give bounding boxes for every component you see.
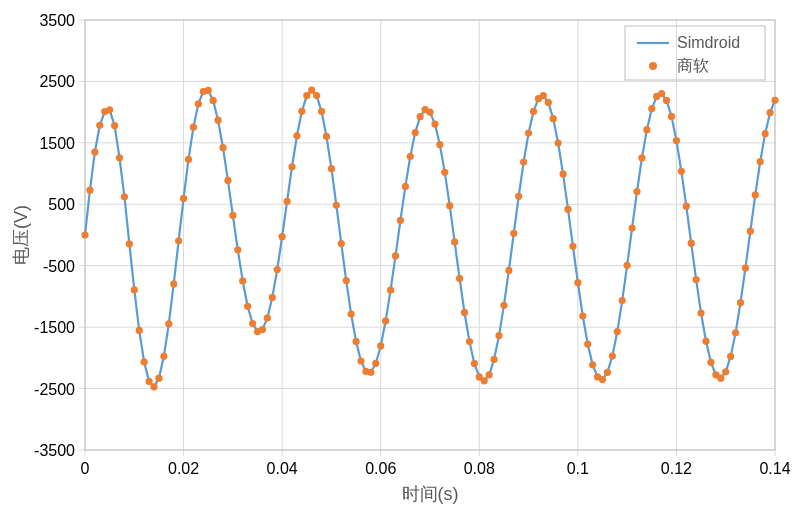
series-shangruan-dot bbox=[505, 267, 512, 274]
x-tick-label: 0.14 bbox=[759, 460, 790, 477]
series-shangruan-dot bbox=[392, 252, 399, 259]
series-shangruan-dot bbox=[495, 332, 502, 339]
series-shangruan-dot bbox=[550, 115, 557, 122]
x-tick-label: 0.06 bbox=[365, 460, 396, 477]
series-shangruan-dot bbox=[145, 378, 152, 385]
y-tick-label: 2500 bbox=[39, 73, 75, 90]
series-shangruan-dot bbox=[693, 276, 700, 283]
chart-svg: -3500-2500-1500-50050015002500350000.020… bbox=[0, 0, 800, 520]
y-tick-label: 1500 bbox=[39, 135, 75, 152]
series-shangruan-dot bbox=[323, 133, 330, 140]
series-shangruan-dot bbox=[525, 129, 532, 136]
series-shangruan-dot bbox=[313, 92, 320, 99]
series-shangruan-dot bbox=[663, 97, 670, 104]
series-shangruan-dot bbox=[762, 130, 769, 137]
series-shangruan-dot bbox=[234, 246, 241, 253]
series-shangruan-dot bbox=[697, 309, 704, 316]
series-shangruan-dot bbox=[456, 275, 463, 282]
series-shangruan-dot bbox=[569, 243, 576, 250]
y-tick-label: 3500 bbox=[39, 12, 75, 29]
series-shangruan-dot bbox=[643, 126, 650, 133]
series-shangruan-dot bbox=[219, 144, 226, 151]
series-shangruan-dot bbox=[614, 328, 621, 335]
series-simdroid-line bbox=[85, 90, 775, 387]
series-shangruan-dot bbox=[96, 122, 103, 129]
series-shangruan-dot bbox=[609, 352, 616, 359]
series-shangruan-dot bbox=[111, 122, 118, 129]
series-shangruan-dot bbox=[407, 153, 414, 160]
series-shangruan-dot bbox=[515, 193, 522, 200]
series-shangruan-dot bbox=[170, 280, 177, 287]
series-shangruan-dot bbox=[372, 360, 379, 367]
series-shangruan-dot bbox=[466, 338, 473, 345]
series-shangruan-dot bbox=[150, 383, 157, 390]
y-tick-label: -3500 bbox=[34, 442, 75, 459]
x-tick-label: 0.02 bbox=[168, 460, 199, 477]
x-tick-label: 0.12 bbox=[661, 460, 692, 477]
series-shangruan-dot bbox=[91, 148, 98, 155]
series-shangruan-dot bbox=[106, 106, 113, 113]
series-shangruan-dot bbox=[431, 121, 438, 128]
series-shangruan-dot bbox=[338, 240, 345, 247]
y-tick-label: -2500 bbox=[34, 381, 75, 398]
series-shangruan-dot bbox=[116, 154, 123, 161]
series-shangruan-dot bbox=[249, 320, 256, 327]
series-shangruan-dot bbox=[126, 240, 133, 247]
series-shangruan-dot bbox=[155, 375, 162, 382]
series-shangruan-dot bbox=[579, 312, 586, 319]
legend-label-simdroid: Simdroid bbox=[677, 34, 740, 51]
series-shangruan-dot bbox=[520, 158, 527, 165]
series-shangruan-dot bbox=[333, 202, 340, 209]
series-shangruan-dot bbox=[205, 87, 212, 94]
series-shangruan-dot bbox=[688, 240, 695, 247]
series-shangruan-dot bbox=[387, 287, 394, 294]
series-shangruan-dot bbox=[441, 169, 448, 176]
series-shangruan-dot bbox=[638, 154, 645, 161]
series-shangruan-dot bbox=[131, 286, 138, 293]
series-shangruan-dot bbox=[195, 100, 202, 107]
series-shangruan-dot bbox=[604, 369, 611, 376]
series-shangruan-dot bbox=[397, 217, 404, 224]
series-shangruan-dot bbox=[328, 165, 335, 172]
series-shangruan-dot bbox=[279, 233, 286, 240]
series-shangruan-dot bbox=[377, 342, 384, 349]
series-shangruan-dot bbox=[185, 156, 192, 163]
series-shangruan-dot bbox=[229, 212, 236, 219]
series-shangruan-dot bbox=[722, 368, 729, 375]
series-shangruan-dot bbox=[136, 327, 143, 334]
y-tick-label: -1500 bbox=[34, 319, 75, 336]
series-shangruan-dot bbox=[737, 299, 744, 306]
series-shangruan-dot bbox=[81, 231, 88, 238]
series-shangruan-dot bbox=[628, 225, 635, 232]
series-shangruan-dot bbox=[160, 353, 167, 360]
series-shangruan-dot bbox=[747, 228, 754, 235]
series-shangruan-dot bbox=[165, 320, 172, 327]
series-shangruan-dot bbox=[318, 108, 325, 115]
series-shangruan-dot bbox=[771, 97, 778, 104]
series-shangruan-dot bbox=[624, 262, 631, 269]
x-tick-label: 0 bbox=[81, 460, 90, 477]
series-shangruan-dot bbox=[752, 191, 759, 198]
legend-swatch-dot bbox=[649, 62, 657, 70]
series-shangruan-dot bbox=[702, 338, 709, 345]
series-shangruan-dot bbox=[426, 109, 433, 116]
x-tick-label: 0.04 bbox=[267, 460, 298, 477]
series-shangruan-dot bbox=[446, 202, 453, 209]
plot-border bbox=[85, 20, 775, 450]
series-shangruan-dot bbox=[343, 277, 350, 284]
series-shangruan-dot bbox=[490, 356, 497, 363]
series-shangruan-dot bbox=[545, 99, 552, 106]
x-axis-title: 时间(s) bbox=[402, 484, 459, 504]
series-shangruan-dot bbox=[727, 353, 734, 360]
series-shangruan-dot bbox=[308, 87, 315, 94]
series-shangruan-dot bbox=[584, 341, 591, 348]
series-shangruan-dot bbox=[190, 124, 197, 131]
series-shangruan-dot bbox=[510, 230, 517, 237]
series-shangruan-dot bbox=[732, 329, 739, 336]
series-shangruan-dot bbox=[555, 139, 562, 146]
series-shangruan-dot bbox=[530, 108, 537, 115]
series-shangruan-dot bbox=[436, 141, 443, 148]
series-shangruan-dot bbox=[269, 294, 276, 301]
series-shangruan-dot bbox=[274, 266, 281, 273]
series-shangruan-dot bbox=[742, 264, 749, 271]
